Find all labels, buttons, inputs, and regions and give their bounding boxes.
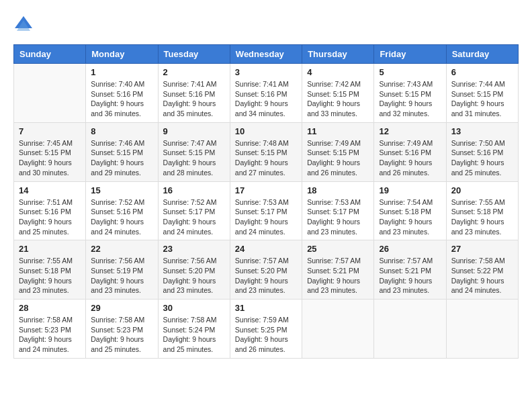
day-number: 13 (451, 126, 513, 136)
calendar-cell (446, 300, 518, 359)
logo (13, 13, 36, 34)
day-number: 18 (307, 185, 369, 195)
day-info: Sunrise: 7:42 AMSunset: 5:15 PMDaylight:… (307, 79, 369, 119)
calendar-cell: 19Sunrise: 7:54 AMSunset: 5:18 PMDayligh… (374, 181, 446, 240)
day-number: 24 (235, 244, 297, 254)
day-number: 8 (91, 126, 152, 136)
calendar-cell: 15Sunrise: 7:52 AMSunset: 5:16 PMDayligh… (86, 181, 158, 240)
calendar-cell: 27Sunrise: 7:58 AMSunset: 5:22 PMDayligh… (446, 240, 518, 300)
day-number: 28 (19, 303, 81, 313)
day-info: Sunrise: 7:46 AMSunset: 5:15 PMDaylight:… (91, 138, 152, 178)
day-info: Sunrise: 7:55 AMSunset: 5:18 PMDaylight:… (19, 256, 81, 295)
day-info: Sunrise: 7:52 AMSunset: 5:16 PMDaylight:… (91, 197, 152, 237)
day-info: Sunrise: 7:58 AMSunset: 5:23 PMDaylight:… (91, 315, 152, 355)
day-number: 3 (235, 67, 297, 77)
day-info: Sunrise: 7:40 AMSunset: 5:16 PMDaylight:… (91, 79, 152, 119)
calendar-cell: 31Sunrise: 7:59 AMSunset: 5:25 PMDayligh… (230, 300, 302, 359)
day-number: 6 (451, 67, 513, 77)
calendar-cell: 2Sunrise: 7:41 AMSunset: 5:16 PMDaylight… (158, 64, 230, 123)
calendar-cell: 1Sunrise: 7:40 AMSunset: 5:16 PMDaylight… (86, 64, 158, 123)
calendar-day-header: Tuesday (158, 45, 230, 64)
page-header (13, 13, 519, 34)
day-number: 23 (163, 244, 225, 254)
day-info: Sunrise: 7:44 AMSunset: 5:15 PMDaylight:… (451, 79, 513, 119)
day-number: 29 (91, 303, 152, 313)
calendar-cell: 25Sunrise: 7:57 AMSunset: 5:21 PMDayligh… (302, 240, 374, 300)
day-number: 10 (235, 126, 297, 136)
calendar-cell: 9Sunrise: 7:47 AMSunset: 5:15 PMDaylight… (158, 122, 230, 181)
day-number: 14 (19, 185, 81, 195)
day-info: Sunrise: 7:54 AMSunset: 5:18 PMDaylight:… (379, 197, 441, 237)
day-number: 16 (163, 185, 225, 195)
calendar-cell: 16Sunrise: 7:52 AMSunset: 5:17 PMDayligh… (158, 181, 230, 240)
calendar-cell: 6Sunrise: 7:44 AMSunset: 5:15 PMDaylight… (446, 64, 518, 123)
day-info: Sunrise: 7:51 AMSunset: 5:16 PMDaylight:… (19, 197, 81, 237)
day-info: Sunrise: 7:43 AMSunset: 5:15 PMDaylight:… (379, 79, 441, 119)
day-number: 30 (163, 303, 225, 313)
day-number: 22 (91, 244, 152, 254)
day-info: Sunrise: 7:53 AMSunset: 5:17 PMDaylight:… (307, 197, 369, 237)
day-number: 1 (91, 67, 152, 77)
day-info: Sunrise: 7:47 AMSunset: 5:15 PMDaylight:… (163, 138, 225, 178)
day-number: 12 (379, 126, 441, 136)
calendar-day-header: Monday (86, 45, 158, 64)
day-number: 9 (163, 126, 225, 136)
day-info: Sunrise: 7:56 AMSunset: 5:19 PMDaylight:… (91, 256, 152, 295)
calendar-cell: 24Sunrise: 7:57 AMSunset: 5:20 PMDayligh… (230, 240, 302, 300)
calendar-cell: 23Sunrise: 7:56 AMSunset: 5:20 PMDayligh… (158, 240, 230, 300)
day-number: 27 (451, 244, 513, 254)
logo-icon (13, 13, 34, 34)
day-number: 11 (307, 126, 369, 136)
day-info: Sunrise: 7:57 AMSunset: 5:20 PMDaylight:… (235, 256, 297, 295)
calendar-cell: 10Sunrise: 7:48 AMSunset: 5:15 PMDayligh… (230, 122, 302, 181)
calendar-cell: 4Sunrise: 7:42 AMSunset: 5:15 PMDaylight… (302, 64, 374, 123)
calendar-day-header: Saturday (446, 45, 518, 64)
day-info: Sunrise: 7:49 AMSunset: 5:15 PMDaylight:… (307, 138, 369, 178)
calendar-cell: 14Sunrise: 7:51 AMSunset: 5:16 PMDayligh… (14, 181, 86, 240)
calendar-cell: 28Sunrise: 7:58 AMSunset: 5:23 PMDayligh… (14, 300, 86, 359)
day-number: 21 (19, 244, 81, 254)
day-number: 20 (451, 185, 513, 195)
calendar-cell: 8Sunrise: 7:46 AMSunset: 5:15 PMDaylight… (86, 122, 158, 181)
calendar-week-row: 14Sunrise: 7:51 AMSunset: 5:16 PMDayligh… (14, 181, 519, 240)
calendar-week-row: 1Sunrise: 7:40 AMSunset: 5:16 PMDaylight… (14, 64, 519, 123)
day-number: 19 (379, 185, 441, 195)
day-info: Sunrise: 7:58 AMSunset: 5:22 PMDaylight:… (451, 256, 513, 295)
calendar-header-row: SundayMondayTuesdayWednesdayThursdayFrid… (14, 45, 519, 64)
calendar-cell (14, 64, 86, 123)
day-info: Sunrise: 7:58 AMSunset: 5:23 PMDaylight:… (19, 315, 81, 355)
calendar-cell: 26Sunrise: 7:57 AMSunset: 5:21 PMDayligh… (374, 240, 446, 300)
calendar-day-header: Thursday (302, 45, 374, 64)
day-info: Sunrise: 7:50 AMSunset: 5:16 PMDaylight:… (451, 138, 513, 178)
day-number: 5 (379, 67, 441, 77)
day-info: Sunrise: 7:57 AMSunset: 5:21 PMDaylight:… (307, 256, 369, 295)
day-number: 4 (307, 67, 369, 77)
day-info: Sunrise: 7:45 AMSunset: 5:15 PMDaylight:… (19, 138, 81, 178)
calendar-week-row: 28Sunrise: 7:58 AMSunset: 5:23 PMDayligh… (14, 300, 519, 359)
day-info: Sunrise: 7:48 AMSunset: 5:15 PMDaylight:… (235, 138, 297, 178)
calendar-cell: 13Sunrise: 7:50 AMSunset: 5:16 PMDayligh… (446, 122, 518, 181)
calendar-week-row: 7Sunrise: 7:45 AMSunset: 5:15 PMDaylight… (14, 122, 519, 181)
calendar-cell: 29Sunrise: 7:58 AMSunset: 5:23 PMDayligh… (86, 300, 158, 359)
calendar-cell: 20Sunrise: 7:55 AMSunset: 5:18 PMDayligh… (446, 181, 518, 240)
calendar-day-header: Wednesday (230, 45, 302, 64)
day-number: 17 (235, 185, 297, 195)
day-info: Sunrise: 7:49 AMSunset: 5:16 PMDaylight:… (379, 138, 441, 178)
calendar-cell: 11Sunrise: 7:49 AMSunset: 5:15 PMDayligh… (302, 122, 374, 181)
calendar-cell: 22Sunrise: 7:56 AMSunset: 5:19 PMDayligh… (86, 240, 158, 300)
calendar-week-row: 21Sunrise: 7:55 AMSunset: 5:18 PMDayligh… (14, 240, 519, 300)
day-info: Sunrise: 7:59 AMSunset: 5:25 PMDaylight:… (235, 315, 297, 355)
calendar-table: SundayMondayTuesdayWednesdayThursdayFrid… (13, 44, 519, 359)
day-info: Sunrise: 7:57 AMSunset: 5:21 PMDaylight:… (379, 256, 441, 295)
day-info: Sunrise: 7:53 AMSunset: 5:17 PMDaylight:… (235, 197, 297, 237)
day-info: Sunrise: 7:41 AMSunset: 5:16 PMDaylight:… (235, 79, 297, 119)
calendar-cell: 5Sunrise: 7:43 AMSunset: 5:15 PMDaylight… (374, 64, 446, 123)
calendar-cell: 17Sunrise: 7:53 AMSunset: 5:17 PMDayligh… (230, 181, 302, 240)
day-number: 2 (163, 67, 225, 77)
day-info: Sunrise: 7:55 AMSunset: 5:18 PMDaylight:… (451, 197, 513, 237)
calendar-cell: 7Sunrise: 7:45 AMSunset: 5:15 PMDaylight… (14, 122, 86, 181)
calendar-day-header: Friday (374, 45, 446, 64)
day-info: Sunrise: 7:58 AMSunset: 5:24 PMDaylight:… (163, 315, 225, 355)
day-number: 26 (379, 244, 441, 254)
calendar-day-header: Sunday (14, 45, 86, 64)
